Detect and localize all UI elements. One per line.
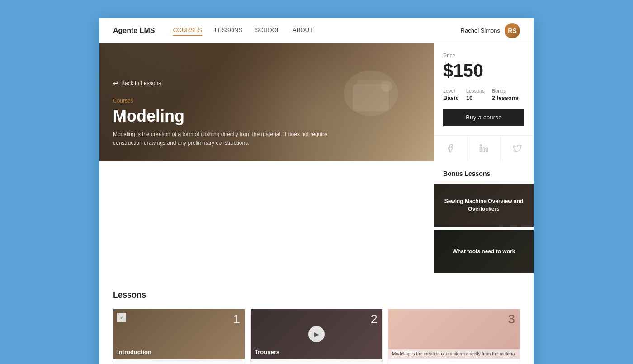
lesson-footer-1[interactable]: Start lesson (113, 359, 245, 364)
lesson-title-2: Trousers (255, 349, 279, 355)
hero-breadcrumb: Courses (113, 98, 420, 104)
bonus-thumb-1: Sewing Machine Overview and Overlockers (434, 184, 534, 227)
lesson-number-2: 2 (370, 312, 378, 326)
app-container: Agente LMS COURSES LESSONS SCHOOL ABOUT … (99, 18, 534, 364)
hero-content: ↩ Back to Lessons Courses Modeling Model… (99, 71, 434, 161)
bonus-section: Bonus Lessons Sewing Machine Overview an… (434, 161, 534, 273)
price-label: Price (443, 52, 524, 59)
nav-courses[interactable]: COURSES (173, 25, 202, 36)
nav-school[interactable]: SCHOOL (255, 25, 280, 36)
price-level: Level Basic (443, 88, 459, 101)
avatar: RS (505, 23, 520, 38)
price-amount: $150 (443, 61, 524, 81)
play-button[interactable]: ▶ (308, 326, 325, 342)
lesson-thumb-3: 3 Modeling Modeling is the creation of a… (388, 309, 520, 359)
bonus-label-2: What tools need to work (453, 248, 515, 255)
lesson-thumb-1: ✓ 1 Introduction (113, 309, 245, 359)
lesson-footer-2[interactable]: Start lesson ☞ (251, 359, 382, 364)
price-bonus: Bonus 2 lessons (492, 88, 519, 101)
price-meta: Level Basic Lessons 10 Bonus 2 lessons (443, 88, 524, 101)
bonus-card-2[interactable]: What tools need to work (434, 230, 534, 273)
price-card: Price $150 Level Basic Lessons 10 Bonus … (434, 43, 534, 135)
facebook-button[interactable] (434, 136, 468, 161)
price-lessons: Lessons 10 (466, 88, 485, 101)
buy-course-button[interactable]: Buy a course (443, 109, 524, 126)
hero-description: Modeling is the creation of a form of cl… (113, 130, 330, 147)
nav-about[interactable]: ABOUT (293, 25, 313, 36)
user-info: Rachel Simons RS (461, 23, 520, 38)
lessons-section: Lessons ✓ 1 Introduction Start lesson (99, 277, 534, 364)
brand-logo: Agente LMS (113, 27, 155, 35)
bonus-label-1: Sewing Machine Overview and Overlockers (439, 198, 528, 213)
lessons-title: Lessons (113, 290, 520, 300)
svg-point-4 (480, 145, 482, 146)
lesson-thumb-2: ▶ 2 Trousers (251, 309, 382, 359)
linkedin-button[interactable] (468, 136, 501, 161)
main-content: Lessons ✓ 1 Introduction Start lesson (99, 277, 534, 364)
lesson-number-1: 1 (233, 312, 240, 326)
linkedin-icon (479, 144, 488, 153)
lesson-card-3[interactable]: 3 Modeling Modeling is the creation of a… (388, 309, 520, 364)
lesson-check-icon: ✓ (117, 313, 126, 322)
lesson-card-2[interactable]: ▶ 2 Trousers Start lesson ☞ (250, 309, 383, 364)
nav-menu: COURSES LESSONS SCHOOL ABOUT (173, 25, 460, 36)
bonus-card-1[interactable]: Sewing Machine Overview and Overlockers (434, 184, 534, 227)
lesson-title-1: Introduction (117, 349, 151, 355)
facebook-icon (446, 144, 455, 153)
lesson-card-1[interactable]: ✓ 1 Introduction Start lesson (113, 309, 245, 364)
back-icon: ↩ (113, 80, 118, 87)
back-link[interactable]: ↩ Back to Lessons (113, 80, 161, 87)
user-name: Rachel Simons (461, 27, 500, 34)
bonus-thumb-2: What tools need to work (434, 230, 534, 273)
lesson-number-3: 3 (508, 312, 515, 326)
social-bar (434, 135, 534, 161)
nav-lessons[interactable]: LESSONS (215, 25, 242, 36)
navbar: Agente LMS COURSES LESSONS SCHOOL ABOUT … (99, 18, 534, 43)
hero-wrapper: ↩ Back to Lessons Courses Modeling Model… (99, 43, 534, 277)
lesson-desc-3: Modeling is the creation of a uniform di… (388, 349, 520, 359)
bonus-title: Bonus Lessons (434, 170, 534, 184)
right-panel: Price $150 Level Basic Lessons 10 Bonus … (434, 43, 534, 277)
twitter-button[interactable] (501, 136, 534, 161)
hero-title: Modeling (113, 107, 420, 126)
hero-section: ↩ Back to Lessons Courses Modeling Model… (99, 43, 434, 161)
lessons-grid: ✓ 1 Introduction Start lesson ▶ 2 Trouse… (113, 309, 520, 364)
twitter-icon (513, 144, 522, 153)
